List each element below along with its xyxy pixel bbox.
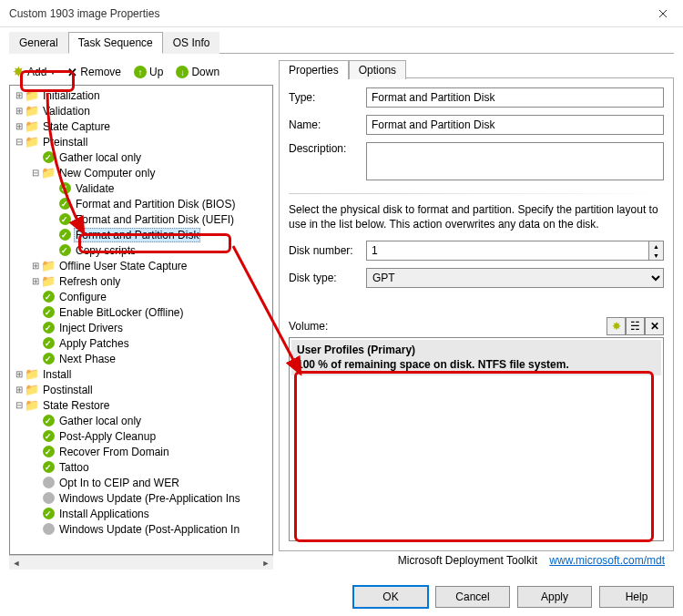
- expand-icon[interactable]: ⊞: [14, 385, 25, 395]
- folder-icon: 📁: [25, 119, 39, 133]
- scroll-right-icon[interactable]: ►: [259, 556, 273, 570]
- remove-button[interactable]: ✕ Remove: [64, 64, 125, 81]
- volume-delete-button[interactable]: ✕: [645, 317, 664, 335]
- check-icon: ✓: [41, 336, 56, 350]
- tree-item[interactable]: ✓Recover From Domain: [12, 444, 270, 459]
- scroll-left-icon[interactable]: ◄: [9, 556, 24, 570]
- spin-up-icon[interactable]: ▲: [649, 241, 663, 251]
- folder-icon: 📁: [25, 367, 39, 381]
- tree-item-label: Post-Apply Cleanup: [57, 430, 158, 443]
- tree-item[interactable]: ✓Next Phase: [12, 351, 270, 366]
- down-button[interactable]: ↓ Down: [172, 64, 223, 80]
- expand-icon[interactable]: ⊟: [14, 400, 25, 410]
- tree-item[interactable]: ⊞📁Install: [12, 366, 270, 382]
- task-sequence-tree[interactable]: ⊞📁Initialization⊞📁Validation⊞📁State Capt…: [9, 85, 273, 555]
- tree-item-label: Postinstall: [41, 384, 95, 396]
- tree-item[interactable]: ✓Enable BitLocker (Offline): [12, 304, 270, 320]
- tree-item[interactable]: ✓Apply Patches: [12, 335, 270, 351]
- disk-type-select[interactable]: GPT: [366, 268, 664, 288]
- description-field[interactable]: [366, 142, 664, 180]
- tree-item[interactable]: ✓Format and Partition Disk: [12, 227, 270, 242]
- volume-new-button[interactable]: ✸: [607, 317, 626, 335]
- disk-number-spinner[interactable]: ▲ ▼: [366, 241, 664, 261]
- tree-item[interactable]: ⊟📁State Restore: [12, 397, 270, 413]
- help-button[interactable]: Help: [599, 586, 674, 608]
- tree-item[interactable]: ✓Copy scripts: [12, 242, 270, 258]
- tree-item[interactable]: ✓Install Applications: [12, 506, 270, 521]
- name-field[interactable]: [366, 115, 664, 135]
- tree-item[interactable]: ✓Tattoo: [12, 459, 270, 475]
- volume-properties-button[interactable]: ☵: [626, 317, 645, 335]
- tree-item-label: Windows Update (Post-Application In: [57, 523, 241, 536]
- spin-down-icon[interactable]: ▼: [649, 251, 663, 260]
- tab-properties[interactable]: Properties: [279, 60, 349, 79]
- tab-os-info[interactable]: OS Info: [163, 32, 220, 54]
- tree-item[interactable]: ✓Format and Partition Disk (BIOS): [12, 196, 270, 211]
- tree-item[interactable]: ⊟📁Preinstall: [12, 134, 270, 149]
- tree-item[interactable]: ⊞📁Initialization: [12, 87, 270, 103]
- tree-item[interactable]: Opt In to CEIP and WER: [12, 475, 270, 490]
- tree-item-label: Validate: [74, 182, 116, 195]
- volume-list[interactable]: User Profiles (Primary) 100 % of remaini…: [289, 337, 664, 541]
- expand-icon[interactable]: ⊞: [30, 276, 41, 286]
- tree-item[interactable]: ✓Gather local only: [12, 149, 270, 165]
- disk-number-input[interactable]: [366, 241, 649, 261]
- dropdown-arrow-icon: ▾: [51, 68, 55, 77]
- tree-item[interactable]: Windows Update (Pre-Application Ins: [12, 490, 270, 506]
- expand-icon[interactable]: ⊟: [14, 137, 25, 147]
- apply-button[interactable]: Apply: [517, 586, 592, 608]
- separator: [289, 193, 664, 194]
- tree-item[interactable]: ⊞📁State Capture: [12, 118, 270, 134]
- tab-task-sequence[interactable]: Task Sequence: [68, 32, 163, 54]
- tab-options[interactable]: Options: [349, 60, 406, 79]
- arrow-up-icon: ↑: [134, 66, 147, 78]
- expand-icon[interactable]: ⊞: [14, 106, 25, 116]
- up-button[interactable]: ↑ Up: [130, 64, 167, 80]
- properties-panel: Type: Name: Description: Select the phys…: [279, 78, 674, 551]
- tree-item[interactable]: ✓Inject Drivers: [12, 320, 270, 335]
- tree-item[interactable]: Windows Update (Post-Application In: [12, 521, 270, 537]
- folder-icon: 📁: [25, 88, 39, 102]
- add-button[interactable]: ✸ Add ▾: [9, 62, 58, 82]
- tree-item[interactable]: ⊞📁Refresh only: [12, 273, 270, 289]
- tree-item[interactable]: ⊞📁Postinstall: [12, 382, 270, 397]
- expand-icon[interactable]: ⊞: [14, 369, 25, 379]
- volume-label: Volume:: [289, 320, 607, 333]
- tab-general[interactable]: General: [9, 32, 68, 54]
- window-titlebar: Custom 1903 image Properties: [0, 0, 683, 27]
- ok-button[interactable]: OK: [353, 586, 428, 608]
- window-title: Custom 1903 image Properties: [9, 7, 674, 20]
- tree-item-label: Format and Partition Disk: [74, 228, 200, 242]
- tree-item-label: Copy scripts: [74, 244, 138, 257]
- disabled-icon: [41, 491, 56, 505]
- tree-scroll-horizontal[interactable]: ◄ ►: [9, 555, 273, 570]
- tree-item[interactable]: ✓Configure: [12, 289, 270, 304]
- footer-brand: Microsoft Deployment Toolkit www.microso…: [279, 551, 674, 570]
- folder-icon: 📁: [41, 259, 56, 272]
- disabled-icon: [41, 522, 56, 536]
- inner-tab-bar: Properties Options: [279, 59, 406, 78]
- footer-link[interactable]: www.microsoft.com/mdt: [549, 554, 665, 567]
- volume-item[interactable]: User Profiles (Primary) 100 % of remaini…: [291, 340, 661, 375]
- tree-item[interactable]: ⊞📁Offline User State Capture: [12, 258, 270, 273]
- tree-item[interactable]: ⊟📁New Computer only: [12, 165, 270, 180]
- check-icon: ✓: [41, 507, 56, 520]
- expand-icon[interactable]: ⊞: [14, 90, 25, 100]
- tree-item[interactable]: ✓Validate: [12, 180, 270, 196]
- expand-icon[interactable]: ⊟: [30, 168, 41, 178]
- expand-icon[interactable]: ⊞: [30, 261, 41, 271]
- tree-item-label: Preinstall: [41, 136, 89, 149]
- folder-icon: 📁: [41, 166, 56, 180]
- close-icon: [658, 9, 668, 18]
- tree-item[interactable]: ⊞📁Validation: [12, 103, 270, 118]
- cancel-button[interactable]: Cancel: [435, 586, 510, 608]
- tree-item[interactable]: ✓Gather local only: [12, 413, 270, 428]
- folder-icon: 📁: [25, 135, 39, 149]
- check-icon: ✓: [57, 212, 72, 226]
- window-close-button[interactable]: [642, 0, 683, 27]
- check-icon: ✓: [57, 243, 72, 257]
- tree-item[interactable]: ✓Format and Partition Disk (UEFI): [12, 211, 270, 227]
- check-icon: ✓: [57, 197, 72, 210]
- tree-item[interactable]: ✓Post-Apply Cleanup: [12, 428, 270, 444]
- expand-icon[interactable]: ⊞: [14, 121, 25, 131]
